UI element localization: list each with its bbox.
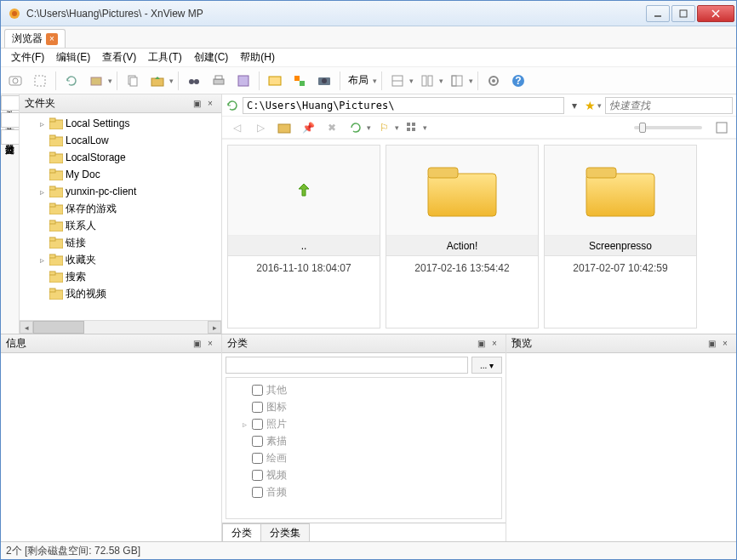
panel-close-icon[interactable]: × <box>488 338 500 350</box>
toolbar-icon-10[interactable] <box>264 70 286 92</box>
toolbar-icon-15[interactable] <box>446 70 468 92</box>
thumbnail-item[interactable]: Screenpresso2017-02-07 10:42:59 <box>544 145 697 329</box>
toolbar-icon-14[interactable] <box>416 70 438 92</box>
open-folder-icon[interactable] <box>273 117 295 139</box>
tab-close-icon[interactable]: × <box>46 33 58 45</box>
thumbnail-item[interactable]: ..2016-11-10 18:04:07 <box>227 145 380 329</box>
nav-forward-icon[interactable]: ▷ <box>249 117 271 139</box>
folder-tree[interactable]: ▹Local SettingsLocalLowLocalStorageMy Do… <box>20 113 221 320</box>
category-item[interactable]: 绘画 <box>230 449 498 466</box>
category-item[interactable]: 素描 <box>230 432 498 449</box>
star-icon[interactable]: ★ <box>585 99 596 112</box>
thumbnail-size-slider[interactable] <box>634 126 702 129</box>
address-input[interactable] <box>243 97 564 114</box>
category-checkbox[interactable] <box>252 419 263 430</box>
category-item[interactable]: 图标 <box>230 398 498 415</box>
delete-icon[interactable]: ✖ <box>321 117 343 139</box>
nav-back-icon[interactable]: ◁ <box>226 117 248 139</box>
copy-icon[interactable] <box>122 70 144 92</box>
category-tab[interactable]: 分类 <box>222 523 261 541</box>
menu-help[interactable]: 帮助(H) <box>235 49 280 66</box>
category-filter-input[interactable] <box>226 357 468 374</box>
fullscreen-icon[interactable] <box>29 70 51 92</box>
folder-up-icon[interactable] <box>146 70 169 92</box>
menu-edit[interactable]: 编辑(E) <box>51 49 95 66</box>
toolbar-icon-1[interactable] <box>4 70 26 92</box>
tree-item[interactable]: 链接 <box>20 234 221 251</box>
toolbar-icon-11[interactable] <box>289 70 311 92</box>
tree-item[interactable]: 保存的游戏 <box>20 200 221 217</box>
filter-icon[interactable]: ⚐ <box>373 117 395 139</box>
tree-item[interactable]: 我的视频 <box>20 285 221 302</box>
category-set-tab[interactable]: 分类集 <box>260 523 310 541</box>
print-icon[interactable] <box>208 70 230 92</box>
svg-point-7 <box>13 78 18 83</box>
browser-tab[interactable]: 浏览器 × <box>4 29 66 48</box>
category-item[interactable]: 音频 <box>230 483 498 500</box>
layout-dropdown[interactable]: ▾ <box>373 77 377 85</box>
minimize-button[interactable] <box>646 5 670 22</box>
sidetab-folders[interactable]: 文件夹 <box>1 95 19 111</box>
category-checkbox[interactable] <box>252 453 263 464</box>
panel-close-icon[interactable]: × <box>204 98 216 110</box>
close-button[interactable] <box>697 5 734 22</box>
sidetab-favorites[interactable]: 收藏夹 <box>1 112 19 128</box>
camera-icon[interactable] <box>313 70 335 92</box>
thumbnail-item[interactable]: Action!2017-02-16 13:54:42 <box>386 145 539 329</box>
tree-item[interactable]: My Doc <box>20 166 221 183</box>
category-item[interactable]: 视频 <box>230 466 498 483</box>
refresh-icon[interactable] <box>60 70 83 92</box>
tree-item[interactable]: 联系人 <box>20 217 221 234</box>
menu-tools[interactable]: 工具(T) <box>143 49 186 66</box>
menu-create[interactable]: 创建(C) <box>189 49 234 66</box>
panel-float-icon[interactable]: ▣ <box>475 338 487 350</box>
category-checkbox[interactable] <box>252 402 263 413</box>
panel-close-icon[interactable]: × <box>204 338 216 350</box>
window-title: C:\Users\Huang\Pictures\ - XnView MP <box>26 8 646 20</box>
refresh2-icon[interactable] <box>345 117 367 139</box>
tree-item[interactable]: ▹收藏夹 <box>20 251 221 268</box>
maximize-button[interactable] <box>671 5 695 22</box>
tree-item[interactable]: 搜索 <box>20 268 221 285</box>
tree-item[interactable]: ▹Local Settings <box>20 115 221 132</box>
category-item[interactable]: ▹照片 <box>230 415 498 432</box>
address-dropdown[interactable]: ▾ <box>568 100 581 111</box>
menu-file[interactable]: 文件(F) <box>6 49 49 66</box>
panel-float-icon[interactable]: ▣ <box>191 98 203 110</box>
panel-close-icon[interactable]: × <box>719 338 731 350</box>
menu-view[interactable]: 查看(V) <box>97 49 141 66</box>
thumbnail-grid: ..2016-11-10 18:04:07Action!2017-02-16 1… <box>222 139 736 334</box>
svg-rect-27 <box>452 76 462 86</box>
folders-panel-title: 文件夹 <box>25 96 55 111</box>
gear-icon[interactable] <box>483 70 505 92</box>
category-checkbox[interactable] <box>252 385 263 396</box>
toolbar-icon-13[interactable] <box>386 70 408 92</box>
grid-icon[interactable] <box>711 117 733 139</box>
tree-item[interactable]: LocalLow <box>20 132 221 149</box>
category-checkbox[interactable] <box>252 470 263 481</box>
panel-float-icon[interactable]: ▣ <box>191 338 203 350</box>
svg-point-22 <box>322 78 327 83</box>
reload-icon[interactable] <box>226 99 239 112</box>
category-checkbox[interactable] <box>252 436 263 447</box>
tree-scrollbar[interactable]: ◂▸ <box>20 320 221 334</box>
svg-rect-34 <box>49 118 55 122</box>
toolbar-icon-9[interactable] <box>232 70 254 92</box>
main-toolbar: ▾ ▾ 布局 ▾ ▾ ▾ ▾ ? <box>1 67 736 94</box>
category-item[interactable]: 其他 <box>230 381 498 398</box>
tree-item[interactable]: ▹yunxin-pc-client <box>20 183 221 200</box>
tabstrip: 浏览器 × <box>1 26 736 49</box>
tree-item[interactable]: LocalStorage <box>20 149 221 166</box>
toolbar-icon-4[interactable] <box>85 70 107 92</box>
pin-icon[interactable]: 📌 <box>297 117 319 139</box>
category-menu-button[interactable]: ... ▾ <box>471 357 502 374</box>
category-panel-title: 分类 <box>227 336 248 351</box>
panel-float-icon[interactable]: ▣ <box>706 338 717 350</box>
sidetab-filters[interactable]: 分类过滤器 <box>1 129 19 145</box>
binoculars-icon[interactable] <box>183 70 205 92</box>
search-input[interactable] <box>605 97 733 114</box>
svg-rect-11 <box>130 77 137 86</box>
category-checkbox[interactable] <box>252 487 263 498</box>
help-icon[interactable]: ? <box>507 70 529 92</box>
view-mode-icon[interactable] <box>401 117 423 139</box>
